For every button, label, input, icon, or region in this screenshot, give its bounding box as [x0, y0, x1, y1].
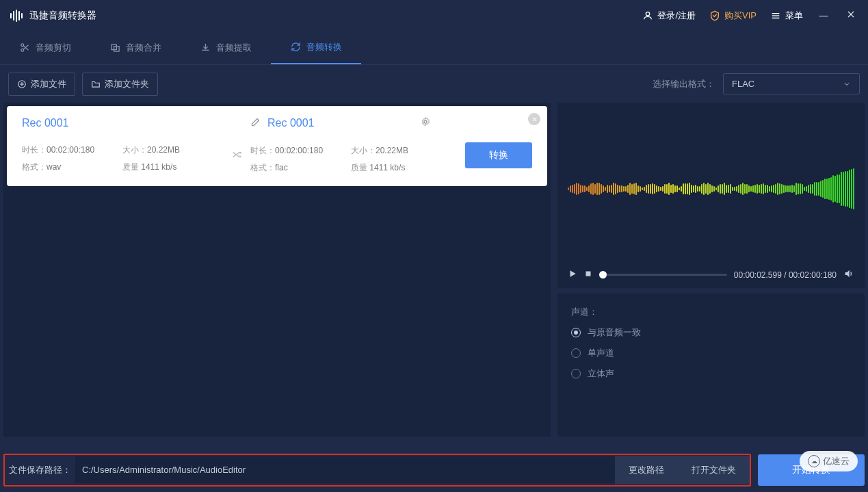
- svg-rect-18: [586, 272, 591, 276]
- output-format-label: 选择输出格式：: [653, 78, 715, 90]
- radio-icon: [571, 369, 581, 378]
- toolbar: 添加文件 添加文件夹 选择输出格式： FLAC: [0, 65, 868, 103]
- menu-button[interactable]: 菜单: [770, 10, 803, 22]
- change-path-button[interactable]: 更改路径: [615, 456, 678, 484]
- svg-point-17: [424, 120, 427, 123]
- waveform-panel: 00:00:02.599 / 00:02:00:180: [557, 103, 865, 288]
- bottom-bar: 文件保存路径： C:/Users/Administrator/Music/Aud…: [3, 451, 865, 489]
- channel-option-same[interactable]: 与原音频一致: [571, 326, 851, 339]
- save-path-label: 文件保存路径：: [5, 464, 75, 476]
- add-folder-button[interactable]: 添加文件夹: [82, 73, 158, 96]
- svg-line-8: [23, 46, 28, 50]
- svg-line-9: [23, 45, 28, 49]
- save-path-input[interactable]: C:/Users/Administrator/Music/AudioEditor: [75, 456, 615, 483]
- add-file-button[interactable]: 添加文件: [8, 73, 75, 96]
- login-button[interactable]: 登录/注册: [642, 10, 696, 22]
- channel-option-stereo[interactable]: 立体声: [571, 367, 851, 380]
- waveform-display: [564, 109, 858, 268]
- radio-icon: [571, 348, 581, 358]
- tab-audio-convert[interactable]: 音频转换: [271, 31, 361, 64]
- chevron-down-icon: [843, 80, 851, 88]
- buy-vip-button[interactable]: 购买VIP: [709, 10, 757, 22]
- output-format-select[interactable]: FLAC: [723, 73, 860, 94]
- svg-point-6: [21, 44, 23, 47]
- close-icon: [531, 116, 538, 122]
- merge-icon: [109, 42, 120, 53]
- vip-shield-icon: [709, 10, 720, 21]
- app-logo-icon: [10, 10, 23, 22]
- open-folder-button[interactable]: 打开文件夹: [678, 456, 750, 484]
- watermark: ☁ 亿速云: [800, 451, 858, 471]
- target-file-name: Rec 0001: [267, 117, 315, 129]
- titlebar: 迅捷音频转换器 登录/注册 购买VIP 菜单 —: [0, 0, 868, 31]
- stop-button[interactable]: [584, 270, 592, 280]
- app-title: 迅捷音频转换器: [29, 10, 96, 22]
- tab-audio-extract[interactable]: 音频提取: [181, 31, 271, 64]
- extract-icon: [200, 42, 211, 53]
- play-button[interactable]: [568, 269, 577, 281]
- close-icon: [846, 10, 856, 19]
- convert-icon: [290, 42, 301, 53]
- time-display: 00:00:02.599 / 00:02:00:180: [734, 270, 837, 280]
- file-list: Rec 0001 时长：00:02:00:180 大小：20.22MB 格式：w…: [3, 103, 551, 437]
- tab-audio-merge[interactable]: 音频合并: [90, 31, 181, 64]
- progress-thumb[interactable]: [599, 271, 607, 279]
- volume-button[interactable]: [843, 268, 854, 281]
- edit-name-icon[interactable]: [250, 117, 261, 130]
- menu-icon: [770, 10, 781, 21]
- main-tabs: 音频剪切 音频合并 音频提取 音频转换: [0, 31, 868, 65]
- source-file-name: Rec 0001: [22, 117, 223, 129]
- channel-title: 声道：: [571, 306, 851, 318]
- user-icon: [642, 10, 653, 21]
- plus-circle-icon: [17, 79, 27, 89]
- file-card: Rec 0001 时长：00:02:00:180 大小：20.22MB 格式：w…: [7, 106, 547, 186]
- radio-icon: [571, 328, 581, 337]
- svg-point-0: [646, 12, 650, 15]
- folder-icon: [91, 79, 101, 89]
- swap-icon[interactable]: [223, 149, 250, 162]
- convert-button[interactable]: 转换: [465, 142, 532, 168]
- remove-file-button[interactable]: [528, 113, 540, 125]
- scissors-icon: [19, 42, 30, 53]
- close-window-button[interactable]: [844, 10, 858, 21]
- minimize-button[interactable]: —: [817, 10, 830, 21]
- progress-slider[interactable]: [599, 274, 727, 276]
- settings-icon[interactable]: [420, 116, 431, 130]
- svg-point-7: [21, 49, 23, 51]
- channel-panel: 声道： 与原音频一致 单声道 立体声: [557, 294, 865, 437]
- tab-audio-cut[interactable]: 音频剪切: [0, 31, 90, 64]
- channel-option-mono[interactable]: 单声道: [571, 347, 851, 359]
